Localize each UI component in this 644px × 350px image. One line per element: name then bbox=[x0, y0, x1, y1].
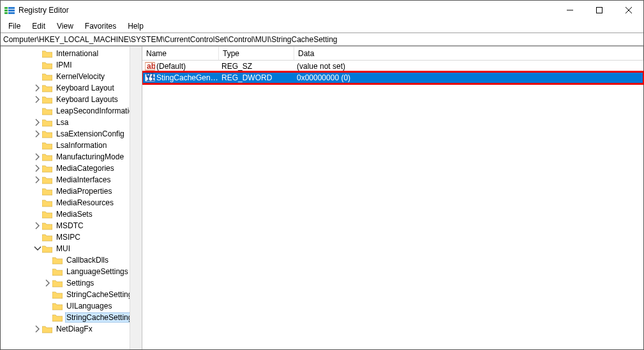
svg-rect-4 bbox=[8, 10, 15, 11]
tree-item[interactable]: LeapSecondInformation bbox=[1, 105, 142, 117]
chevron-right-icon[interactable] bbox=[34, 96, 41, 103]
folder-icon bbox=[42, 84, 52, 92]
chevron-right-icon[interactable] bbox=[34, 119, 41, 126]
chevron-right-icon[interactable] bbox=[44, 279, 52, 287]
menu-help[interactable]: Help bbox=[123, 20, 149, 32]
folder-icon bbox=[42, 175, 52, 184]
menu-file[interactable]: File bbox=[3, 20, 26, 32]
tree-item[interactable]: MediaCategories bbox=[1, 163, 142, 174]
tree-item[interactable]: KernelVelocity bbox=[1, 71, 142, 82]
tree-item[interactable]: Settings bbox=[1, 277, 142, 289]
svg-rect-5 bbox=[8, 12, 15, 14]
tree-item-label: MediaProperties bbox=[55, 187, 113, 196]
menubar: File Edit View Favorites Help bbox=[1, 20, 643, 33]
tree-item[interactable]: MSIPC bbox=[1, 231, 142, 243]
folder-icon bbox=[42, 141, 52, 150]
folder-icon bbox=[52, 279, 63, 288]
folder-icon bbox=[42, 324, 52, 333]
svg-rect-1 bbox=[4, 10, 8, 11]
list-row[interactable]: (Default)REG_SZ(value not set) bbox=[142, 61, 643, 72]
tree-item[interactable]: StringCacheSettings bbox=[1, 289, 142, 300]
address-bar[interactable]: Computer\HKEY_LOCAL_MACHINE\SYSTEM\Curre… bbox=[1, 33, 643, 47]
tree-item-label: StringCacheSettings bbox=[65, 290, 137, 299]
tree-item[interactable]: IPMI bbox=[1, 59, 142, 71]
folder-icon bbox=[42, 221, 52, 230]
tree-item-label: LanguageSettings bbox=[65, 267, 130, 276]
tree-item[interactable]: International bbox=[1, 48, 142, 59]
tree-item[interactable]: CallbackDlls bbox=[1, 254, 142, 266]
registry-editor-icon bbox=[4, 5, 15, 15]
column-header-name[interactable]: Name bbox=[142, 47, 219, 60]
folder-icon bbox=[42, 118, 52, 127]
tree-item[interactable]: MediaProperties bbox=[1, 186, 142, 197]
tree-item[interactable]: ManufacturingMode bbox=[1, 151, 142, 163]
tree-item[interactable]: LanguageSettings bbox=[1, 266, 142, 277]
tree-pane[interactable]: InternationalIPMIKernelVelocityKeyboard … bbox=[1, 47, 142, 349]
column-header-data[interactable]: Data bbox=[294, 47, 643, 60]
minimize-button[interactable] bbox=[555, 1, 585, 20]
folder-icon bbox=[42, 72, 52, 81]
tree-item[interactable]: MediaResources bbox=[1, 197, 142, 208]
tree-item[interactable]: MUI bbox=[1, 243, 142, 254]
list-row[interactable]: StingCacheGene...REG_DWORD0x00000000 (0) bbox=[142, 72, 643, 84]
chevron-right-icon[interactable] bbox=[34, 222, 41, 230]
tree-item-label: IPMI bbox=[55, 61, 73, 69]
chevron-right-icon[interactable] bbox=[34, 84, 41, 92]
svg-rect-0 bbox=[4, 7, 8, 9]
string-value-icon bbox=[145, 61, 155, 71]
tree-item[interactable]: UILanguages bbox=[1, 300, 142, 312]
folder-icon bbox=[52, 313, 63, 322]
tree-item[interactable]: MSDTC bbox=[1, 220, 142, 231]
window-title: Registry Editor bbox=[19, 6, 555, 15]
registry-tree: InternationalIPMIKernelVelocityKeyboard … bbox=[1, 47, 142, 335]
maximize-button[interactable] bbox=[585, 1, 614, 20]
menu-edit[interactable]: Edit bbox=[27, 20, 50, 32]
tree-item-label: LsaInformation bbox=[55, 141, 108, 150]
column-header-type[interactable]: Type bbox=[219, 47, 294, 60]
menu-view[interactable]: View bbox=[52, 20, 79, 32]
main-split: InternationalIPMIKernelVelocityKeyboard … bbox=[1, 47, 643, 349]
tree-item[interactable]: LsaInformation bbox=[1, 140, 142, 151]
tree-item[interactable]: MediaInterfaces bbox=[1, 174, 142, 186]
tree-item-label: Settings bbox=[65, 279, 95, 288]
svg-rect-2 bbox=[4, 12, 8, 14]
tree-item-label: StringCacheSetting bbox=[65, 312, 133, 323]
tree-item[interactable]: Keyboard Layouts bbox=[1, 94, 142, 105]
folder-icon bbox=[42, 152, 52, 161]
tree-item[interactable]: Lsa bbox=[1, 117, 142, 128]
menu-favorites[interactable]: Favorites bbox=[80, 20, 121, 32]
folder-icon bbox=[42, 187, 52, 196]
chevron-right-icon[interactable] bbox=[34, 153, 41, 161]
value-name: (Default) bbox=[156, 62, 186, 71]
folder-icon bbox=[42, 106, 52, 115]
tree-item-label: Keyboard Layout bbox=[55, 84, 116, 92]
folder-icon bbox=[52, 290, 63, 299]
value-data: (value not set) bbox=[294, 62, 643, 71]
tree-item[interactable]: Keyboard Layout bbox=[1, 82, 142, 94]
tree-item[interactable]: NetDiagFx bbox=[1, 323, 142, 335]
close-button[interactable] bbox=[614, 1, 643, 20]
chevron-right-icon[interactable] bbox=[34, 130, 41, 138]
folder-icon bbox=[42, 210, 52, 219]
list-body[interactable]: (Default)REG_SZ(value not set)StingCache… bbox=[142, 61, 643, 349]
folder-icon bbox=[42, 95, 52, 104]
folder-icon bbox=[42, 61, 52, 69]
tree-item-label: LsaExtensionConfig bbox=[55, 129, 126, 138]
tree-item[interactable]: MediaSets bbox=[1, 208, 142, 220]
chevron-right-icon[interactable] bbox=[34, 176, 41, 184]
tree-item[interactable]: StringCacheSetting bbox=[1, 312, 142, 323]
chevron-right-icon[interactable] bbox=[34, 325, 41, 333]
folder-icon bbox=[52, 302, 63, 310]
window-controls bbox=[555, 1, 643, 20]
svg-rect-7 bbox=[597, 8, 603, 13]
folder-icon bbox=[42, 129, 52, 138]
value-type: REG_DWORD bbox=[219, 73, 294, 82]
address-path: Computer\HKEY_LOCAL_MACHINE\SYSTEM\Curre… bbox=[3, 35, 338, 44]
chevron-right-icon[interactable] bbox=[34, 164, 41, 172]
tree-item-label: Keyboard Layouts bbox=[55, 95, 119, 104]
dword-value-icon bbox=[145, 73, 155, 83]
tree-item-label: MSIPC bbox=[55, 233, 82, 242]
tree-item[interactable]: LsaExtensionConfig bbox=[1, 128, 142, 140]
chevron-down-icon[interactable] bbox=[34, 245, 41, 252]
tree-item-label: UILanguages bbox=[65, 302, 113, 310]
